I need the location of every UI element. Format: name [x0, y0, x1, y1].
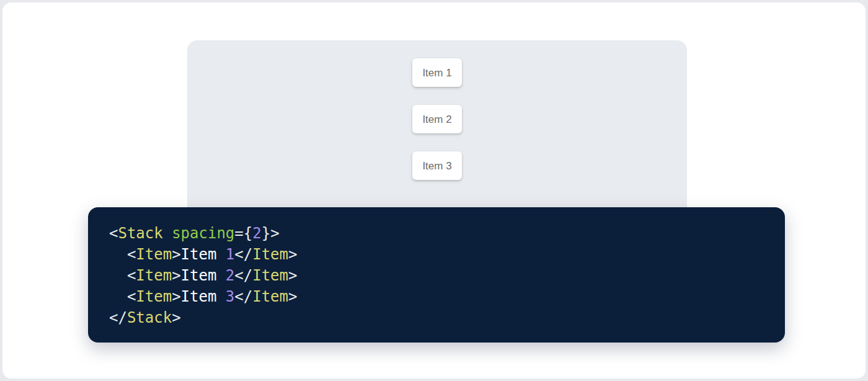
code-token-plain — [163, 225, 172, 242]
code-token-punct: > — [172, 246, 180, 263]
code-token-punct: > — [172, 309, 180, 326]
code-token-tag: Item — [252, 288, 288, 305]
code-token-punct: </ — [234, 267, 252, 284]
code-token-plain — [109, 288, 127, 305]
code-block: <Stack spacing={2}> <Item>Item 1</Item> … — [88, 207, 785, 343]
code-token-punct: > — [288, 267, 297, 284]
code-line: <Stack spacing={2}> — [109, 225, 280, 242]
stack-item: Item 3 — [412, 151, 462, 180]
code-token-number: 2 — [226, 267, 234, 284]
stack-item: Item 1 — [412, 58, 462, 87]
code-token-plain: Item — [181, 246, 226, 263]
code-token-punct: { — [244, 225, 252, 242]
code-token-plain — [109, 267, 127, 284]
code-line: <Item>Item 2</Item> — [109, 267, 297, 284]
code-line: </Stack> — [109, 309, 181, 326]
code-token-punct: < — [127, 246, 136, 263]
code-token-punct: < — [127, 267, 136, 284]
code-token-number: 1 — [226, 246, 234, 263]
code-token-attr: spacing — [172, 225, 234, 242]
code-token-plain — [109, 246, 127, 263]
code-token-punct: < — [127, 288, 136, 305]
code-line: <Item>Item 3</Item> — [109, 288, 297, 305]
code-token-punct: > — [288, 246, 297, 263]
code-token-punct: = — [234, 225, 243, 242]
code-token-punct: </ — [109, 309, 127, 326]
code-snippet: <Stack spacing={2}> <Item>Item 1</Item> … — [88, 207, 785, 344]
code-token-tag: Item — [136, 288, 172, 305]
code-token-punct: > — [288, 288, 297, 305]
code-token-punct: > — [270, 225, 279, 242]
code-token-punct: > — [172, 288, 180, 305]
code-token-tag: Stack — [118, 225, 162, 242]
code-token-punct: > — [172, 267, 180, 284]
demo-preview-panel: Item 1Item 2Item 3 — [187, 40, 687, 217]
code-token-tag: Item — [252, 246, 288, 263]
code-token-number: 2 — [252, 225, 261, 242]
page-background: Item 1Item 2Item 3 <Stack spacing={2}> <… — [2, 2, 866, 379]
code-token-tag: Item — [252, 267, 288, 284]
stack-item: Item 2 — [412, 105, 462, 133]
code-token-punct: } — [262, 225, 270, 242]
code-token-tag: Item — [136, 246, 172, 263]
code-token-number: 3 — [226, 288, 234, 305]
code-token-tag: Stack — [127, 309, 172, 326]
code-token-punct: < — [109, 225, 118, 242]
code-token-punct: </ — [234, 246, 252, 263]
code-line: <Item>Item 1</Item> — [109, 246, 297, 263]
code-token-tag: Item — [136, 267, 172, 284]
code-token-plain: Item — [181, 267, 226, 284]
code-token-punct: </ — [234, 288, 252, 305]
code-token-plain: Item — [181, 288, 226, 305]
